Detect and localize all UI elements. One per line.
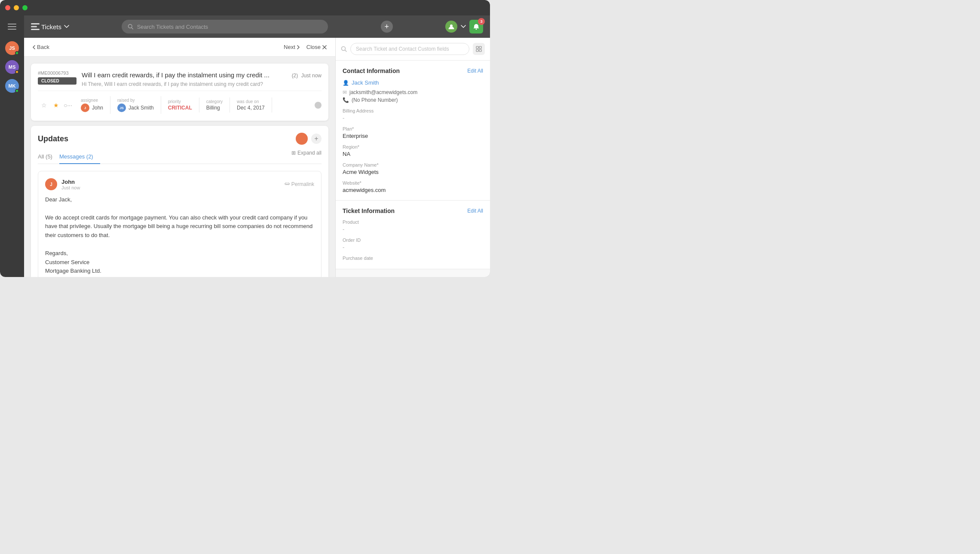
- meta-assignee: assignee J John: [74, 96, 110, 114]
- contact-email-row: ✉ jacksmith@acmewidgets.com: [343, 89, 483, 95]
- ticket-content-scroll[interactable]: #ME00006793 CLOSED Will I earn credit re…: [24, 57, 335, 277]
- minimize-dot[interactable]: [14, 5, 19, 10]
- website-label: Website*: [343, 180, 483, 186]
- ticket-title-row: #ME00006793 CLOSED Will I earn credit re…: [38, 70, 322, 87]
- custom-fields-search-bar: [336, 38, 490, 61]
- notifications-button[interactable]: 3: [469, 20, 483, 33]
- assignee-avatar: J: [81, 103, 89, 112]
- tab-all[interactable]: All (5): [38, 150, 59, 164]
- purchase-date-field: Purchase date: [343, 256, 483, 261]
- svg-line-13: [345, 50, 347, 52]
- svg-rect-15: [479, 46, 481, 49]
- avatar-js[interactable]: JS: [5, 41, 19, 55]
- contact-name[interactable]: Jack Smith: [352, 79, 379, 86]
- updates-actions: +: [296, 133, 322, 145]
- assignee-label: assignee: [81, 98, 103, 103]
- billing-address-value: -: [343, 115, 483, 121]
- svg-rect-14: [476, 46, 478, 49]
- ticket-info-title: Ticket Information: [343, 207, 395, 214]
- billing-address-field: Billing Address -: [343, 108, 483, 121]
- svg-rect-0: [8, 24, 16, 24]
- title-row: Will I earn credit rewards, if I pay the…: [82, 70, 322, 79]
- product-label: Product: [343, 219, 483, 225]
- company-name-value: Acme Widgets: [343, 169, 483, 175]
- ticket-title: Will I earn credit rewards, if I pay the…: [82, 70, 288, 79]
- avatar-mk[interactable]: MK: [5, 79, 19, 93]
- region-field: Region* NA: [343, 144, 483, 157]
- raised-by-label: raised by: [117, 98, 154, 103]
- author-info-1: John Just now: [61, 179, 80, 190]
- purchase-date-label: Purchase date: [343, 256, 483, 261]
- plan-field: Plan* Enterprise: [343, 126, 483, 139]
- product-value: -: [343, 226, 483, 232]
- permalink-1[interactable]: Permalink: [285, 181, 314, 187]
- search-input[interactable]: [137, 24, 322, 30]
- meta-priority: priority CRITICAL: [161, 97, 199, 113]
- region-value: NA: [343, 151, 483, 157]
- ticket-panel: Back Next Close: [24, 38, 335, 277]
- contact-person-icon: 👤: [343, 80, 349, 86]
- expand-all-button[interactable]: ⊞ Expand all: [291, 150, 322, 156]
- notification-badge: 3: [478, 18, 485, 25]
- agent-avatar[interactable]: [445, 21, 457, 33]
- next-button[interactable]: Next: [284, 44, 300, 50]
- plan-label: Plan*: [343, 126, 483, 131]
- website-value: acmewidges.com: [343, 187, 483, 193]
- priority-label: priority: [168, 99, 192, 104]
- contact-info-header: Contact Information Edit All: [343, 67, 483, 74]
- close-button[interactable]: Close: [306, 44, 327, 50]
- ticket-edit-all-button[interactable]: Edit All: [467, 208, 483, 214]
- company-name-field: Company Name* Acme Widgets: [343, 162, 483, 175]
- svg-rect-2: [8, 29, 16, 30]
- avatar-ms[interactable]: MS: [5, 60, 19, 74]
- contact-info-title: Contact Information: [343, 67, 400, 74]
- message-card-1: J John Just now Permalink: [38, 171, 322, 277]
- topnav: Tickets + 3: [24, 15, 490, 38]
- close-dot[interactable]: [5, 5, 10, 10]
- due-date-value: Dec 4, 2017: [237, 105, 265, 111]
- ticket-meta-row: ☆ ★ ○··· assignee J John: [38, 91, 322, 114]
- message-author-1: J John Just now: [45, 178, 80, 190]
- svg-rect-1: [8, 26, 16, 27]
- back-button[interactable]: Back: [33, 44, 49, 50]
- status-circle: [315, 102, 322, 109]
- ticket-info-header: Ticket Information Edit All: [343, 207, 483, 214]
- meta-due-date: was due on Dec 4, 2017: [230, 97, 272, 113]
- region-label: Region*: [343, 144, 483, 149]
- order-id-field: Order ID -: [343, 237, 483, 250]
- ticket-header-card: #ME00006793 CLOSED Will I earn credit re…: [31, 64, 328, 121]
- tab-messages[interactable]: Messages (2): [59, 150, 100, 164]
- menu-icon[interactable]: [4, 19, 20, 34]
- search-bar[interactable]: [122, 20, 328, 33]
- svg-rect-3: [31, 23, 40, 24]
- star-icon-inactive[interactable]: ☆: [38, 99, 50, 111]
- product-field: Product -: [343, 219, 483, 232]
- tabs-row: All (5) Messages (2) ⊞ Expand all: [38, 150, 322, 164]
- raised-by-value: JS Jack Smith: [117, 103, 154, 112]
- assignee-mini-avatar[interactable]: [296, 133, 308, 145]
- maximize-dot[interactable]: [22, 5, 28, 10]
- star-icon-active[interactable]: ★: [50, 99, 62, 111]
- author-avatar-john: J: [45, 178, 57, 190]
- sidebar: JS MS MK: [0, 15, 24, 277]
- ticket-status-badge: CLOSED: [38, 77, 77, 85]
- contact-email-icon: ✉: [343, 89, 347, 95]
- svg-point-9: [475, 29, 477, 30]
- contact-edit-all-button[interactable]: Edit All: [467, 68, 483, 74]
- titlebar: [0, 0, 490, 15]
- comment-icon[interactable]: ○···: [62, 99, 74, 111]
- status-dot-js: [15, 51, 19, 55]
- company-name-label: Company Name*: [343, 162, 483, 167]
- right-sidebar-scroll[interactable]: Contact Information Edit All 👤 Jack Smit…: [336, 38, 490, 277]
- custom-fields-search-input[interactable]: [350, 43, 469, 55]
- updates-header: Updates +: [38, 133, 322, 145]
- custom-fields-icon-button[interactable]: [473, 43, 485, 55]
- add-update-button[interactable]: +: [311, 134, 322, 144]
- contact-name-row: 👤 Jack Smith: [343, 79, 483, 86]
- order-id-value: -: [343, 244, 483, 250]
- updates-title: Updates: [38, 134, 68, 143]
- billing-address-label: Billing Address: [343, 108, 483, 113]
- add-button[interactable]: +: [381, 21, 393, 33]
- status-dot-ms: [15, 70, 19, 74]
- ticket-title-block: Will I earn credit rewards, if I pay the…: [82, 70, 322, 87]
